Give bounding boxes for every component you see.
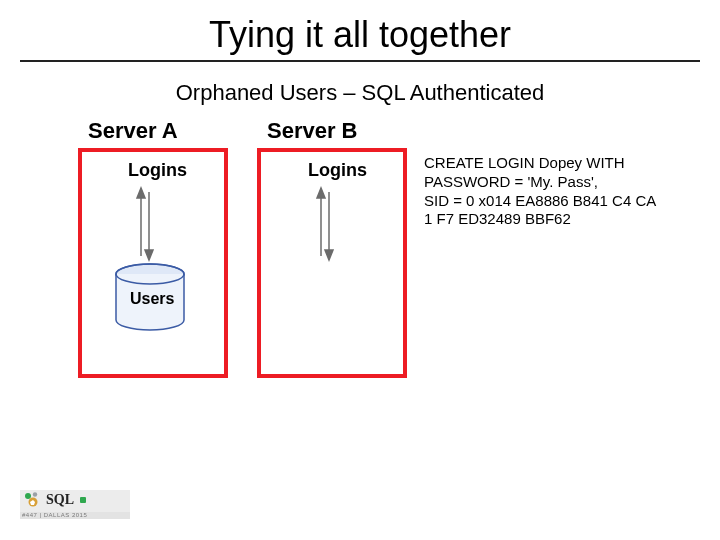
title-rule <box>20 60 700 62</box>
server-b-arrows <box>315 186 335 262</box>
code-line: 1 F7 ED32489 BBF62 <box>424 210 654 229</box>
server-a-label: Server A <box>88 118 178 144</box>
code-line: CREATE LOGIN Dopey WITH <box>424 154 654 173</box>
server-b-label: Server B <box>267 118 358 144</box>
footer-brand-text: SQL <box>46 492 74 508</box>
server-b-logins-label: Logins <box>308 160 367 181</box>
code-line: SID = 0 x014 EA8886 B841 C4 CA <box>424 192 654 211</box>
code-line: PASSWORD = 'My. Pass', <box>424 173 654 192</box>
pass-logo-icon <box>24 491 42 509</box>
svg-point-11 <box>33 492 37 496</box>
sql-code-block: CREATE LOGIN Dopey WITH PASSWORD = 'My. … <box>424 154 654 229</box>
svg-marker-7 <box>317 188 325 198</box>
svg-marker-9 <box>325 250 333 260</box>
footer-logo: SQL #447 | DALLAS 2015 <box>20 490 130 530</box>
server-a-users-label: Users <box>130 290 174 308</box>
slide-title: Tying it all together <box>0 14 720 56</box>
server-a-logins-label: Logins <box>128 160 187 181</box>
svg-marker-3 <box>145 250 153 260</box>
footer-event-tag: #447 | DALLAS 2015 <box>22 512 87 518</box>
slide-subtitle: Orphaned Users – SQL Authenticated <box>0 80 720 106</box>
server-a-arrows <box>135 186 155 262</box>
svg-point-10 <box>25 493 31 499</box>
diagram-stage: Server A Logins Users Server B Logins <box>0 116 720 456</box>
server-b-box <box>257 148 407 378</box>
footer-accent-square <box>80 497 86 503</box>
svg-marker-1 <box>137 188 145 198</box>
